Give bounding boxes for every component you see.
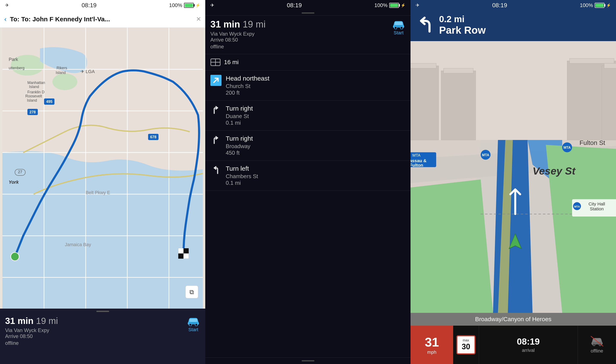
3d-map-svg: MTA Nassau & Fulton MTA MTA Fulton St Ve… (410, 41, 616, 313)
step4-street: Chambers St (226, 173, 258, 180)
nav-bottom-bar: 31 mph max 30 08:19 arrival offli (410, 326, 616, 364)
status-right: 100% ⚡ (169, 2, 200, 8)
svg-text:Fulton: Fulton (410, 163, 423, 168)
step3-text: Turn right Broadway 450 ft (226, 135, 253, 156)
svg-rect-56 (441, 71, 476, 140)
step1-text: Head northeast Church St 200 ft (226, 75, 269, 96)
svg-text:Island: Island (27, 98, 37, 103)
battery-fill (390, 4, 398, 7)
step2-street: Duane St (226, 113, 253, 119)
destination-name: To: John F Kennedy Int'l-Va... (21, 15, 110, 23)
step-turn-right-1: Turn right Duane St 0.1 mi (205, 101, 410, 131)
svg-point-46 (394, 27, 397, 29)
status-left: ✈ (210, 2, 214, 8)
svg-text:Belt Pkwy E: Belt Pkwy E (86, 190, 110, 195)
svg-text:Nassau &: Nassau & (410, 158, 427, 163)
svg-text:Rikers: Rikers (56, 66, 67, 70)
3d-map-view[interactable]: MTA Nassau & Fulton MTA MTA Fulton St Ve… (410, 41, 616, 313)
route-time: 31 min (5, 316, 33, 326)
offline-block: offline (578, 326, 616, 364)
turn-distance: 0.2 mi (439, 14, 486, 24)
offline-car-icon (591, 336, 603, 347)
bolt-icon: ⚡ (401, 3, 406, 8)
route-via: Via Van Wyck Expy (5, 327, 58, 333)
svg-text:MTA: MTA (482, 153, 489, 157)
turn-banner: 0.2 mi Park Row (410, 11, 616, 41)
svg-rect-45 (395, 22, 402, 25)
svg-text:⧉: ⧉ (189, 288, 194, 295)
svg-marker-66 (410, 180, 493, 313)
time-display: 08:19 (82, 2, 97, 9)
route-bottom-sheet: 31 min 19 mi Via Van Wyck Expy Arrive 08… (0, 309, 205, 364)
svg-text:495: 495 (46, 100, 52, 104)
svg-text:Jamaica Bay: Jamaica Bay (65, 242, 91, 247)
turn-left-icon (210, 165, 222, 176)
time-display: 08:19 (492, 2, 507, 9)
speed-value: 31 (425, 335, 439, 350)
svg-marker-64 (493, 140, 532, 313)
svg-rect-55 (410, 63, 436, 68)
pull-handle[interactable] (96, 311, 109, 312)
pull-handle-top[interactable] (301, 12, 315, 14)
svg-point-47 (400, 27, 403, 29)
svg-rect-60 (602, 66, 616, 140)
step-turn-right-2: Turn right Broadway 450 ft (205, 131, 410, 161)
svg-text:MTA: MTA (574, 205, 580, 208)
svg-text:Island: Island (29, 85, 39, 89)
status-right: 100% ⚡ (375, 2, 406, 8)
route-arrive: Arrive 08:50 (5, 333, 58, 339)
directions-time: 31 min (210, 19, 240, 30)
navigation-bar: ‹ To: To: John F Kennedy Int'l-Va... ✕ (0, 11, 205, 28)
turn-info: 0.2 mi Park Row (439, 14, 486, 36)
route-info: 31 min 19 mi Via Van Wyck Expy Arrive 08… (5, 316, 58, 346)
svg-text:278: 278 (29, 110, 36, 114)
step-turn-left: Turn left Chambers St 0.1 mi (205, 161, 410, 191)
panel-map: ✈ 08:19 100% ⚡ ‹ To: To: John F Kennedy … (0, 0, 205, 364)
route-status: offline (5, 340, 58, 346)
bolt-icon: ⚡ (196, 3, 200, 8)
speed-limit-block: max 30 (453, 326, 479, 364)
highway-row: 16 mi (205, 54, 410, 71)
car-icon (186, 316, 200, 326)
svg-text:Fulton St: Fulton St (579, 139, 605, 146)
pull-handle-bottom[interactable] (301, 360, 315, 362)
battery-fill (185, 4, 193, 7)
speed-unit: mph (427, 350, 436, 355)
head-northeast-icon-box (210, 75, 222, 86)
svg-rect-54 (410, 66, 439, 140)
step4-instruction: Turn left (226, 165, 258, 172)
step2-text: Turn right Duane St 0.1 mi (226, 105, 253, 126)
svg-text:Franklin D: Franklin D (27, 90, 45, 94)
bolt-icon: ⚡ (606, 3, 611, 8)
svg-text:Vesey  St: Vesey St (532, 165, 576, 177)
start-label: Start (394, 30, 404, 36)
svg-text:uttenberg: uttenberg (9, 66, 25, 70)
svg-text:Roosevelt: Roosevelt (25, 94, 42, 98)
speed-limit-max: max (463, 338, 469, 342)
highway-icon (210, 58, 221, 66)
start-button[interactable]: Start (186, 316, 200, 332)
svg-point-91 (593, 344, 595, 346)
close-button[interactable]: ✕ (196, 15, 201, 23)
turn-street: Park Row (439, 24, 486, 36)
svg-rect-61 (604, 63, 616, 68)
svg-text:Park: Park (9, 57, 18, 62)
status-bar-panel2: ✈ 08:19 100% ⚡ (205, 0, 410, 11)
back-button[interactable]: ‹ (4, 15, 7, 23)
start-button[interactable]: Start (392, 19, 406, 36)
directions-time-dist: 31 min 19 mi (210, 19, 266, 30)
map-svg: 278 495 678 27 Park uttenberg Rikers Isl… (0, 28, 205, 309)
svg-text:York: York (9, 180, 19, 185)
svg-text:Island: Island (56, 71, 66, 75)
step1-street: Church St (226, 83, 269, 90)
step3-instruction: Turn right (226, 135, 253, 142)
directions-header: 31 min 19 mi Via Van Wyck Expy Arrive 08… (205, 15, 410, 54)
road-name-text: Broadway/Canyon of Heroes (475, 316, 551, 323)
directions-info: 31 min 19 mi Via Van Wyck Expy Arrive 08… (210, 19, 266, 50)
status-right: 100% ⚡ (580, 2, 611, 8)
map-view[interactable]: 278 495 678 27 Park uttenberg Rikers Isl… (0, 28, 205, 309)
turn-right-icon-2 (210, 135, 222, 146)
directions-via: Via Van Wyck Expy (210, 31, 266, 37)
svg-text:MTA: MTA (412, 153, 420, 157)
battery-icon (595, 3, 604, 8)
